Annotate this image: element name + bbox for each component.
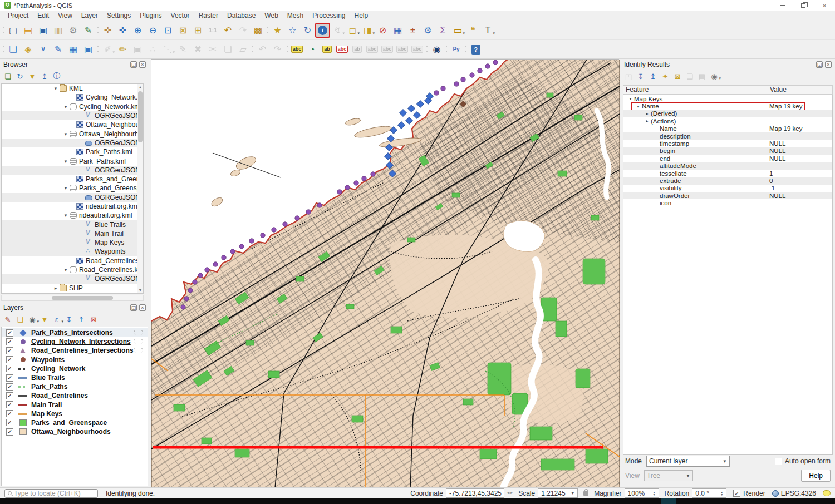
menu-item[interactable]: View [53,11,77,21]
layer-labeling-button[interactable]: abc [289,42,304,57]
highlight-labels-button[interactable]: abc [335,42,350,57]
lock-icon[interactable] [583,491,588,496]
menu-item[interactable]: Web [260,11,282,21]
expand-arrow-icon[interactable]: ▾ [62,185,70,191]
identify-result-row[interactable]: tessellate 1 [623,170,832,177]
close-panel-icon[interactable]: × [825,61,832,68]
layer-visibility-checkbox[interactable]: ✓ [6,347,13,354]
browser-tree-item[interactable]: Blue Trails [2,220,143,229]
identify-result-row[interactable]: description [623,132,832,140]
layer-visibility-checkbox[interactable]: ✓ [6,401,13,408]
layer-visibility-checkbox[interactable]: ✓ [6,392,13,399]
browser-tree-item[interactable]: Ottawa_Neighbourhoo [2,120,143,129]
refresh-map-button[interactable]: ↻ [300,23,315,38]
add-group-button[interactable]: ❏ [14,314,26,325]
feature-column-header[interactable]: Feature [623,86,767,94]
new-print-layout-button[interactable]: ▥ [51,23,66,38]
browser-tree-item[interactable]: ▸ SHP [2,284,143,293]
python-console-button[interactable]: Py [449,42,464,57]
expand-arrow-icon[interactable]: ▾ [62,159,70,164]
zoom-next-button[interactable]: ↷ [235,23,250,38]
identify-result-row[interactable]: drawOrder NULL [623,192,832,199]
menu-item[interactable]: Database [223,11,260,21]
layer-visibility-checkbox[interactable]: ✓ [6,410,13,417]
filter-browser-button[interactable]: ▼ [27,71,38,82]
layer-visibility-checkbox[interactable]: ✓ [6,374,13,382]
metasearch-button[interactable]: ◉ [429,42,444,57]
expand-arrow-icon[interactable]: ▾ [62,213,70,218]
move-label-button[interactable]: abc [365,42,380,57]
layer-item[interactable]: ✓ Parks_and_Greenspace [2,418,148,427]
new-virtual-layer-button[interactable]: ▦ [66,42,81,57]
browser-tree-item[interactable]: ▾ Road_Centrelines.kml [2,265,143,274]
browser-tree-item[interactable]: ▾ rideautrail.org.kml [2,211,143,220]
select-by-value-button[interactable]: ◨ [360,23,375,38]
expand-arrow-icon[interactable]: ▾ [52,86,60,91]
close-panel-icon[interactable]: × [139,61,146,68]
expand-arrow-icon[interactable]: ▾ [62,267,70,273]
view-combobox[interactable]: Tree ▼ [644,470,693,481]
identify-result-row[interactable]: ▸ (Derived) [623,110,832,117]
layer-item[interactable]: ✓ Park_Paths [2,382,148,391]
copy-features-button[interactable]: ❏ [220,42,235,57]
manage-map-themes-button[interactable]: ◉ [27,314,38,325]
layer-visibility-checkbox[interactable]: ✓ [6,356,13,363]
paste-features-button[interactable]: ▱ [235,42,250,57]
message-log-icon[interactable] [823,490,831,496]
save-project-button[interactable]: ▣ [36,23,51,38]
expand-arrow-icon[interactable]: ▾ [627,96,634,101]
field-calculator-button[interactable]: ± [405,23,420,38]
refresh-browser-button[interactable]: ↻ [14,71,26,82]
identify-result-row[interactable]: visibility -1 [623,185,832,192]
style-manager-button[interactable]: ✎ [81,23,96,38]
browser-tree-item[interactable]: Park_Paths.kml [2,147,143,156]
map-canvas[interactable] [151,59,619,487]
locate-search-input[interactable]: Type to locate (Ctrl+K) [4,489,98,498]
value-column-header[interactable]: Value [767,86,787,94]
show-bookmarks-button[interactable]: ☆ [285,23,300,38]
modify-attributes-button[interactable]: ✎ [175,42,190,57]
identify-mode-button[interactable]: ◉ [709,71,720,82]
browser-tree-item[interactable]: ▾ KML [2,84,143,93]
layer-item[interactable]: ✓ Road_Centrelines_Intersections [2,346,148,355]
menu-item[interactable]: Help [350,11,373,21]
browser-tree-item[interactable]: Main Trail [2,229,143,238]
extents-icon[interactable]: ✎ [506,489,515,498]
expand-all-button[interactable]: ↧ [63,314,75,325]
delete-selected-button[interactable]: ✖ [190,42,205,57]
add-selected-layers-button[interactable]: ❏ [2,71,13,82]
browser-tree-item[interactable]: ▾ Park_Paths.kml [2,156,143,165]
toggle-editing-button[interactable]: ✏ [115,42,130,57]
properties-widget-button[interactable]: ⓘ [51,71,62,82]
new-shapefile-layer-button[interactable]: V [36,42,51,57]
expand-arrow-icon[interactable]: ▸ [644,118,651,123]
layer-item[interactable]: ✓ Blue Trails [2,373,148,382]
identify-result-row[interactable]: extrude 0 [623,177,832,184]
new-bookmark-button[interactable]: ★ [270,23,285,38]
add-feature-button[interactable]: ∴ [145,42,160,57]
new-geopackage-layer-button[interactable]: ◈ [21,42,36,57]
menu-item[interactable]: Raster [194,11,223,21]
menu-item[interactable]: Plugins [135,11,166,21]
remove-layer-button[interactable]: ⊠ [88,314,99,325]
identify-result-row[interactable]: ▾ Map Keys [623,95,832,102]
browser-tree-item[interactable]: ▾ Ottawa_Neighbourhoo [2,129,143,138]
float-panel-icon[interactable]: ◱ [130,61,137,68]
restore-button[interactable] [793,0,814,11]
identify-features-button[interactable]: i [315,23,330,38]
auto-open-form-checkbox[interactable] [775,458,782,465]
scroll-up-icon[interactable]: ▲ [137,84,143,90]
print-response-button[interactable]: ▤ [696,71,708,82]
pan-to-selection-button[interactable]: ✜ [115,23,130,38]
measure-button[interactable]: ▭ [450,23,465,38]
expand-arrow-icon[interactable]: ▸ [52,285,60,291]
expand-arrow-icon[interactable]: ▸ [644,111,651,116]
float-panel-icon[interactable]: ◱ [816,61,823,68]
collapse-all-layers-button[interactable]: ↥ [76,314,87,325]
identify-result-row[interactable]: icon [623,199,832,206]
copy-feature-button[interactable]: ❏ [684,71,695,82]
identify-result-row[interactable]: timestamp NULL [623,140,832,147]
browser-tree-item[interactable]: OGRGeoJSON [2,111,143,120]
zoom-last-button[interactable]: ↶ [220,23,235,38]
show-hide-labels-button[interactable]: ab [350,42,365,57]
